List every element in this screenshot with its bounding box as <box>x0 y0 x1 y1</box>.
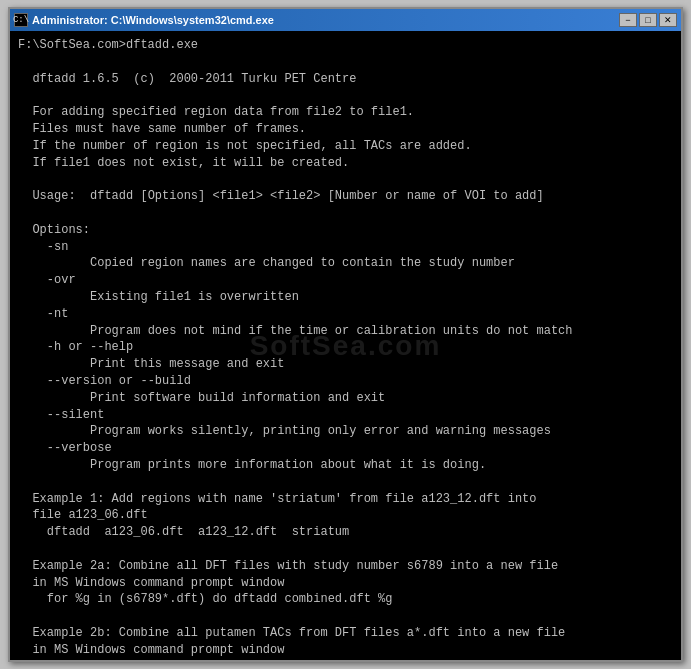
title-bar-left: C:\ Administrator: C:\Windows\system32\c… <box>14 13 274 27</box>
console-area[interactable]: SoftSea.com F:\SoftSea.com>dftadd.exe df… <box>10 31 681 660</box>
console-output: F:\SoftSea.com>dftadd.exe dftadd 1.6.5 (… <box>18 37 673 660</box>
window-icon: C:\ <box>14 13 28 27</box>
title-bar: C:\ Administrator: C:\Windows\system32\c… <box>10 9 681 31</box>
cmd-window: C:\ Administrator: C:\Windows\system32\c… <box>8 7 683 662</box>
maximize-button[interactable]: □ <box>639 13 657 27</box>
minimize-button[interactable]: − <box>619 13 637 27</box>
title-buttons: − □ ✕ <box>619 13 677 27</box>
close-button[interactable]: ✕ <box>659 13 677 27</box>
window-title: Administrator: C:\Windows\system32\cmd.e… <box>32 14 274 26</box>
